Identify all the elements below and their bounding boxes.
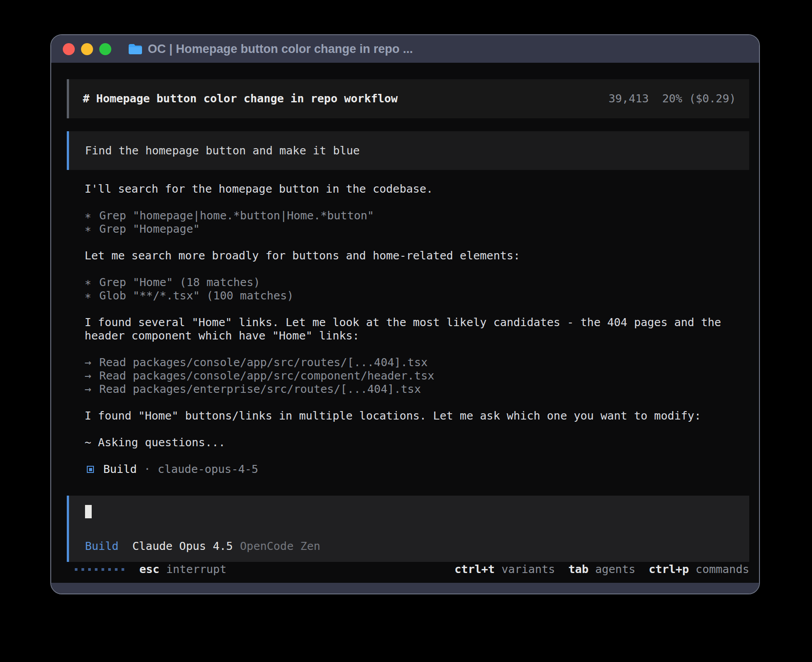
tool-call-read: → Read packages/console/app/src/routes/[… <box>85 356 749 369</box>
close-button[interactable] <box>63 43 75 55</box>
assistant-transcript: I'll search for the homepage button in t… <box>67 182 749 476</box>
tool-call-group: ∗ Grep "homepage|home.*button|Home.*butt… <box>85 209 749 236</box>
agent-name: Build <box>103 463 137 476</box>
tab-key-hint: tab <box>568 563 589 576</box>
interrupt-hint-label <box>159 563 166 576</box>
ctrl-t-key-hint: ctrl+t <box>455 563 495 576</box>
editor-footer: Build Claude Opus 4.5 OpenCode Zen <box>85 540 736 553</box>
arrow-right-icon: → <box>85 369 99 383</box>
titlebar-title-group: OC | Homepage button color change in rep… <box>128 42 413 56</box>
folder-icon <box>128 43 142 55</box>
status-bar: esc interrupt ctrl+t variants tab agents… <box>67 563 749 576</box>
user-message-text: Find the homepage button and make it blu… <box>85 144 360 157</box>
tool-bullet-icon: ∗ <box>85 289 99 303</box>
tool-call-grep: ∗ Grep "homepage|home.*button|Home.*butt… <box>85 209 749 222</box>
status-left: esc interrupt <box>75 563 227 576</box>
editor-provider-label: OpenCode Zen <box>240 540 321 553</box>
zoom-button[interactable] <box>99 43 111 55</box>
tool-bullet-icon: ∗ <box>85 276 99 289</box>
tool-call-read: → Read packages/enterprise/src/routes/[.… <box>85 383 749 396</box>
session-token-stats: 39,413 20% ($0.29) <box>609 92 736 105</box>
window-titlebar: OC | Homepage button color change in rep… <box>51 35 759 63</box>
working-spinner-dots <box>75 568 124 571</box>
asking-questions-status: ~ Asking questions... <box>85 436 749 449</box>
editor-model-label[interactable]: Claude Opus 4.5 <box>132 540 233 553</box>
ctrl-p-key-hint: ctrl+p <box>649 563 689 576</box>
window-title: OC | Homepage button color change in rep… <box>148 42 413 56</box>
agent-build-icon <box>87 466 94 473</box>
shortcut-variants: ctrl+t variants <box>455 563 555 576</box>
assistant-paragraph: I'll search for the homepage button in t… <box>85 182 749 196</box>
prompt-input[interactable]: Build Claude Opus 4.5 OpenCode Zen <box>67 496 749 562</box>
arrow-right-icon: → <box>85 383 99 396</box>
shortcut-commands: ctrl+p commands <box>649 563 749 576</box>
commands-label: commands <box>696 563 749 576</box>
tool-bullet-icon: ∗ <box>85 222 99 236</box>
agent-model: claude-opus-4-5 <box>158 463 258 476</box>
agent-status-line: Build · claude-opus-4-5 <box>85 463 749 476</box>
assistant-paragraph: Let me search more broadly for buttons a… <box>85 249 749 262</box>
shortcut-agents: tab agents <box>568 563 635 576</box>
tool-call-group: ∗ Grep "Home" (18 matches) ∗ Glob "**/*.… <box>85 276 749 303</box>
session-title: # Homepage button color change in repo w… <box>83 92 398 105</box>
tool-call-read: → Read packages/console/app/src/componen… <box>85 369 749 383</box>
separator-dot: · <box>144 463 150 476</box>
tool-bullet-icon: ∗ <box>85 209 99 222</box>
user-message: Find the homepage button and make it blu… <box>67 131 749 170</box>
terminal-content: # Homepage button color change in repo w… <box>51 63 759 583</box>
minimize-button[interactable] <box>81 43 93 55</box>
window-bottom-edge <box>51 583 759 593</box>
variants-label: variants <box>501 563 555 576</box>
arrow-right-icon: → <box>85 356 99 369</box>
interrupt-label: interrupt <box>166 563 226 576</box>
editor-agent-label[interactable]: Build <box>85 540 118 553</box>
traffic-lights <box>63 43 111 55</box>
tool-call-glob: ∗ Glob "**/*.tsx" (100 matches) <box>85 289 749 303</box>
tool-call-grep: ∗ Grep "Home" (18 matches) <box>85 276 749 289</box>
assistant-paragraph: I found several "Home" links. Let me loo… <box>85 316 749 343</box>
text-cursor <box>85 505 92 518</box>
esc-key-hint: esc <box>139 563 159 576</box>
session-header: # Homepage button color change in repo w… <box>67 79 749 118</box>
tool-call-grep: ∗ Grep "Homepage" <box>85 222 749 236</box>
tool-call-group: → Read packages/console/app/src/routes/[… <box>85 356 749 396</box>
assistant-paragraph: I found "Home" buttons/links in multiple… <box>85 409 749 423</box>
terminal-window: OC | Homepage button color change in rep… <box>50 34 760 594</box>
status-shortcuts: ctrl+t variants tab agents ctrl+p comman… <box>441 563 749 576</box>
agents-label: agents <box>595 563 635 576</box>
